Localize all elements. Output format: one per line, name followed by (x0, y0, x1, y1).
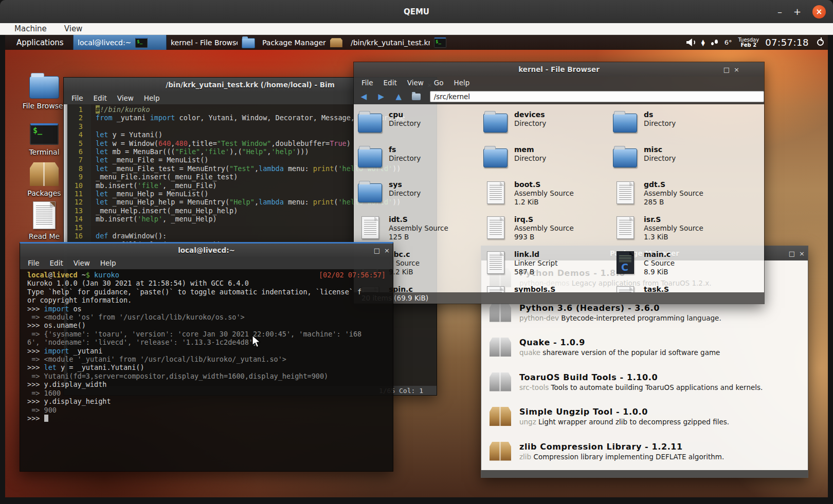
file-type: Directory (644, 154, 676, 163)
terminal-content[interactable]: local@livecd ~$ kuroko[02/02 07:56:57]Ku… (20, 269, 393, 471)
file-type: C Source (389, 259, 420, 268)
package-row-python-dev[interactable]: Python 3.6 (Headers) - 3.6.0python-dev B… (481, 301, 808, 335)
text-segment: >>> (27, 397, 44, 405)
taskbar-item[interactable]: local@livecd:~$_ (73, 35, 167, 50)
folder-icon (483, 148, 508, 167)
file-item-irq.S[interactable]: irq.SAssembly Source993 B (483, 215, 613, 250)
file-browser-menu-edit[interactable]: Edit (384, 79, 397, 87)
text-segment: >>> (27, 380, 44, 388)
text-segment: $ (86, 271, 90, 279)
file-icon (617, 286, 634, 292)
file-size: 8.9 KiB (644, 268, 675, 276)
line-number: 12 (64, 198, 87, 206)
file-icon (487, 251, 504, 274)
close-icon[interactable]: × (812, 5, 826, 18)
terminal-menu-edit[interactable]: Edit (50, 259, 63, 267)
path-value: /src/kernel (434, 92, 470, 101)
text-segment: or copyright information. (27, 296, 132, 304)
terminal-menu-view[interactable]: View (74, 259, 90, 267)
close-icon[interactable]: × (734, 66, 739, 73)
file-browser-menu-help[interactable]: Help (454, 79, 470, 87)
file-item-misc[interactable]: miscDirectory (613, 145, 764, 180)
editor-menu-edit[interactable]: Edit (94, 94, 107, 102)
file-type: Directory (644, 119, 676, 128)
maximize-icon[interactable]: □ (723, 66, 730, 73)
file-browser-title: kernel - File Browser (518, 65, 600, 73)
text-segment: _menu_Help.insert(_menu_Help_help) (96, 207, 238, 215)
file-item-main.c[interactable]: Cmain.cC Source8.9 KiB (613, 250, 764, 285)
package-row-src-tools[interactable]: ToaruOS Build Tools - 1.10.0src-tools To… (481, 370, 808, 405)
close-icon[interactable]: × (384, 247, 390, 254)
text-segment: _menu_File_test = MenuEntry( (108, 164, 229, 173)
weather-icon[interactable] (711, 39, 718, 46)
terminal-line: => <module '_yutani' from '/usr/local/li… (27, 355, 386, 363)
file-item-isr.S[interactable]: isr.SAssembly Source1.3 KiB (613, 215, 764, 250)
terminal-titlebar[interactable]: local@livecd:~ (20, 244, 393, 257)
editor-menu-view[interactable]: View (117, 94, 134, 102)
c-source-icon: C (617, 251, 634, 274)
file-browser-menu-file[interactable]: File (361, 79, 373, 87)
file-browser-content: cpuDirectorydevicesDirectorydsDirectoryf… (354, 104, 764, 292)
maximize-icon[interactable]: □ (374, 247, 380, 254)
taskbar-item[interactable]: kernel - File Browser (167, 35, 258, 50)
date-label[interactable]: Tuesday Feb 2 (738, 38, 759, 48)
text-segment: , (255, 198, 259, 206)
line-number: 13 (64, 207, 87, 215)
text-segment: 'help' (137, 215, 162, 223)
terminal-title: local@livecd:~ (178, 246, 235, 254)
home-folder-icon[interactable] (409, 90, 423, 103)
terminal-menu-help[interactable]: Help (100, 259, 116, 267)
editor-menu-file[interactable]: File (71, 94, 83, 102)
file-item-symbols.S[interactable]: symbols.S (483, 285, 613, 292)
terminal-icon: $_ (135, 38, 148, 48)
file-type: Linker Script (514, 259, 557, 268)
file-item-devices[interactable]: devicesDirectory (483, 110, 613, 145)
forward-icon[interactable]: ▶ (374, 90, 388, 103)
maximize-icon[interactable]: □ (789, 250, 795, 257)
volume-icon[interactable] (686, 39, 695, 46)
text-segment: !/bin/kuroko (100, 105, 150, 114)
package-row-quake[interactable]: Quake - 1.0.9quake shareware version of … (481, 335, 808, 370)
terminal-menu-file[interactable]: File (28, 259, 40, 267)
package-row-zlib[interactable]: zlib Compression Library - 1.2.11zlib Co… (481, 439, 808, 471)
file-item-link.ld[interactable]: link.ldLinker Script587 B (483, 250, 613, 285)
file-item-fs[interactable]: fsDirectory (358, 145, 483, 180)
file-item-boot.S[interactable]: boot.SAssembly Source1.2 KiB (483, 180, 613, 215)
maximize-icon[interactable]: + (793, 7, 801, 16)
file-item-sys[interactable]: sysDirectory (358, 180, 483, 215)
file-name: misc (644, 145, 676, 154)
minimize-icon[interactable]: – (777, 7, 782, 16)
applications-menu[interactable]: Applications (5, 38, 73, 47)
qemu-menu-view[interactable]: View (64, 24, 83, 33)
back-icon[interactable]: ◀ (357, 90, 371, 103)
file-item-gdt.S[interactable]: gdt.SAssembly Source285 B (613, 180, 764, 215)
editor-menu-help[interactable]: Help (144, 94, 160, 102)
qemu-menu-machine[interactable]: Machine (14, 24, 47, 33)
file-item-task.S[interactable]: task.S (613, 285, 764, 292)
clock-label[interactable]: 07:57:18 (765, 37, 809, 48)
qemu-window: QEMU – + × MachineView File Browser$_Ter… (0, 0, 833, 504)
close-icon[interactable]: × (799, 250, 805, 257)
package-row-ungz[interactable]: Simple Ungzip Tool - 1.0.0ungz Light wra… (481, 404, 808, 439)
terminal-icon: $_ (434, 38, 446, 48)
up-icon[interactable]: ▲ (392, 90, 406, 103)
network-icon[interactable]: ▲▼ (701, 40, 705, 46)
text-segment: lambda (259, 198, 284, 206)
power-icon[interactable] (817, 39, 824, 46)
file-item-mem[interactable]: memDirectory (483, 145, 613, 180)
file-size: 285 B (644, 198, 703, 207)
text-segment: Kuroko 1.0.0 (Jan 30 2021 at 21:58:54) w… (27, 279, 249, 287)
file-type: Directory (389, 189, 421, 198)
path-input[interactable]: /src/kernel (430, 91, 764, 102)
file-item-ds[interactable]: dsDirectory (613, 110, 764, 145)
file-browser-menu-go[interactable]: Go (434, 79, 444, 87)
file-item-cpu[interactable]: cpuDirectory (358, 110, 483, 145)
qemu-menubar: MachineView (0, 23, 833, 35)
qemu-titlebar[interactable]: QEMU – + × (0, 0, 833, 23)
text-segment: , _menu_Help) (162, 215, 217, 223)
file-name: symbols.S (514, 285, 555, 292)
file-browser-menu-view[interactable]: View (407, 79, 424, 87)
taskbar-item[interactable]: /bin/krk_yutani_test.krk ...$_ (347, 35, 449, 50)
file-browser-titlebar[interactable]: kernel - File Browser (354, 62, 764, 77)
taskbar-item[interactable]: Package Manager (258, 35, 347, 50)
